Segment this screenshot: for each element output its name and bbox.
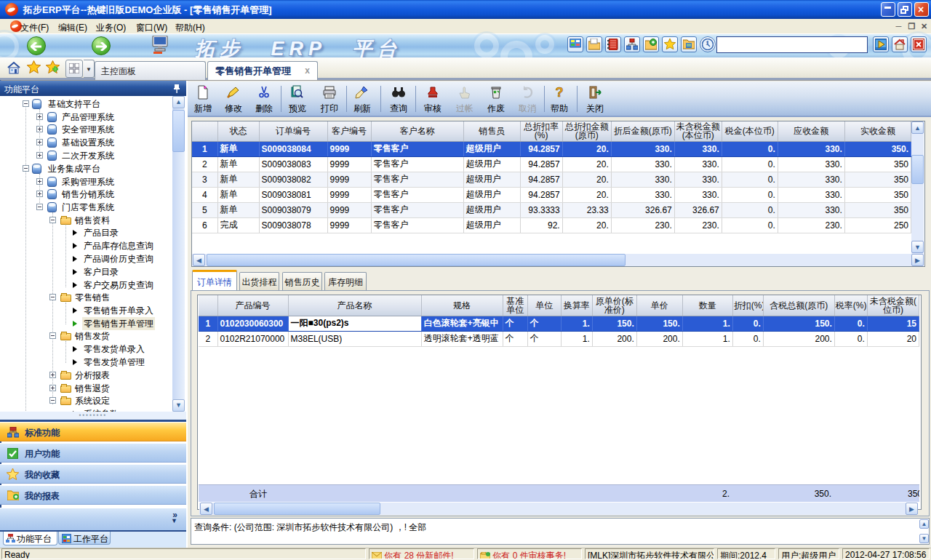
svg-text:1: 1 xyxy=(706,41,708,46)
svg-text:?: ? xyxy=(556,85,564,100)
